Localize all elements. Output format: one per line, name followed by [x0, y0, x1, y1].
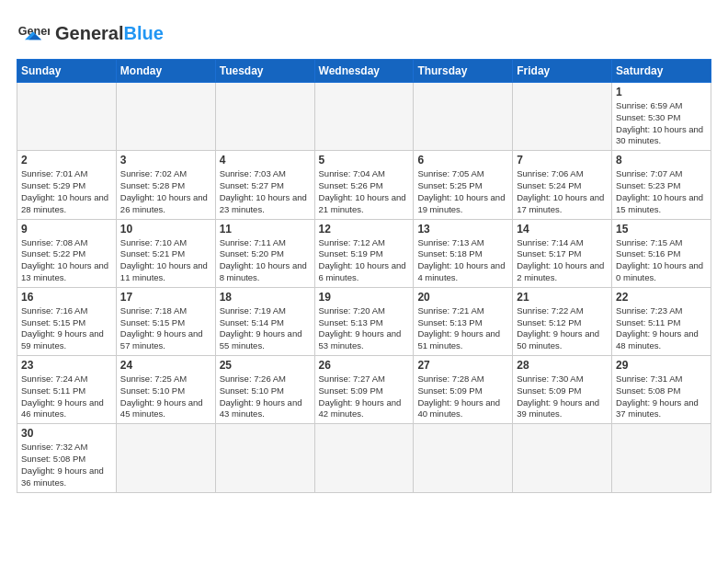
- day-cell: 2Sunrise: 7:01 AM Sunset: 5:29 PM Daylig…: [17, 151, 117, 219]
- week-row-1: 1Sunrise: 6:59 AM Sunset: 5:30 PM Daylig…: [17, 83, 711, 151]
- day-cell: 7Sunrise: 7:06 AM Sunset: 5:24 PM Daylig…: [513, 151, 612, 219]
- day-info: Sunrise: 7:07 AM Sunset: 5:23 PM Dayligh…: [616, 168, 707, 215]
- day-info: Sunrise: 7:12 AM Sunset: 5:19 PM Dayligh…: [319, 237, 410, 284]
- day-info: Sunrise: 7:15 AM Sunset: 5:16 PM Dayligh…: [616, 237, 707, 284]
- day-info: Sunrise: 7:27 AM Sunset: 5:09 PM Dayligh…: [319, 373, 410, 420]
- logo-icon: General: [17, 17, 50, 50]
- day-number: 4: [220, 154, 311, 167]
- day-number: 28: [517, 359, 608, 372]
- day-cell: 27Sunrise: 7:28 AM Sunset: 5:09 PM Dayli…: [414, 356, 513, 424]
- day-number: 25: [220, 359, 311, 372]
- day-cell: 10Sunrise: 7:10 AM Sunset: 5:21 PM Dayli…: [116, 219, 215, 287]
- day-cell: 23Sunrise: 7:24 AM Sunset: 5:11 PM Dayli…: [17, 356, 117, 424]
- calendar: SundayMondayTuesdayWednesdayThursdayFrid…: [17, 59, 711, 493]
- day-info: Sunrise: 7:03 AM Sunset: 5:27 PM Dayligh…: [220, 168, 311, 215]
- day-number: 19: [319, 291, 410, 304]
- day-info: Sunrise: 7:19 AM Sunset: 5:14 PM Dayligh…: [220, 305, 311, 352]
- day-cell: [612, 424, 711, 492]
- day-info: Sunrise: 6:59 AM Sunset: 5:30 PM Dayligh…: [616, 100, 707, 147]
- day-number: 17: [120, 291, 211, 304]
- day-number: 12: [319, 223, 410, 236]
- day-info: Sunrise: 7:13 AM Sunset: 5:18 PM Dayligh…: [417, 237, 508, 284]
- day-info: Sunrise: 7:23 AM Sunset: 5:11 PM Dayligh…: [616, 305, 707, 352]
- day-number: 3: [120, 154, 211, 167]
- day-info: Sunrise: 7:26 AM Sunset: 5:10 PM Dayligh…: [220, 373, 311, 420]
- weekday-wednesday: Wednesday: [314, 60, 414, 83]
- day-number: 13: [417, 223, 508, 236]
- day-number: 15: [616, 223, 707, 236]
- day-info: Sunrise: 7:02 AM Sunset: 5:28 PM Dayligh…: [120, 168, 211, 215]
- header: General GeneralBlue: [17, 17, 711, 50]
- week-row-5: 23Sunrise: 7:24 AM Sunset: 5:11 PM Dayli…: [17, 356, 711, 424]
- weekday-sunday: Sunday: [17, 60, 117, 83]
- logo: General GeneralBlue: [17, 17, 164, 50]
- day-number: 14: [517, 223, 608, 236]
- weekday-saturday: Saturday: [612, 60, 711, 83]
- day-info: Sunrise: 7:14 AM Sunset: 5:17 PM Dayligh…: [517, 237, 608, 284]
- week-row-6: 30Sunrise: 7:32 AM Sunset: 5:08 PM Dayli…: [17, 424, 711, 492]
- day-number: 5: [319, 154, 410, 167]
- day-cell: [314, 424, 414, 492]
- day-cell: [116, 424, 215, 492]
- day-info: Sunrise: 7:21 AM Sunset: 5:13 PM Dayligh…: [417, 305, 508, 352]
- day-cell: 25Sunrise: 7:26 AM Sunset: 5:10 PM Dayli…: [215, 356, 314, 424]
- day-info: Sunrise: 7:10 AM Sunset: 5:21 PM Dayligh…: [120, 237, 211, 284]
- day-cell: 15Sunrise: 7:15 AM Sunset: 5:16 PM Dayli…: [612, 219, 711, 287]
- day-cell: 14Sunrise: 7:14 AM Sunset: 5:17 PM Dayli…: [513, 219, 612, 287]
- day-cell: [414, 424, 513, 492]
- day-number: 24: [120, 359, 211, 372]
- day-cell: [513, 83, 612, 151]
- day-cell: 28Sunrise: 7:30 AM Sunset: 5:09 PM Dayli…: [513, 356, 612, 424]
- day-info: Sunrise: 7:06 AM Sunset: 5:24 PM Dayligh…: [517, 168, 608, 215]
- day-cell: [215, 83, 314, 151]
- day-info: Sunrise: 7:22 AM Sunset: 5:12 PM Dayligh…: [517, 305, 608, 352]
- day-number: 10: [120, 223, 211, 236]
- day-info: Sunrise: 7:16 AM Sunset: 5:15 PM Dayligh…: [21, 305, 112, 352]
- day-cell: [513, 424, 612, 492]
- day-number: 16: [21, 291, 112, 304]
- day-cell: 8Sunrise: 7:07 AM Sunset: 5:23 PM Daylig…: [612, 151, 711, 219]
- page: General GeneralBlue SundayMondayTuesdayW…: [0, 0, 728, 563]
- day-cell: 30Sunrise: 7:32 AM Sunset: 5:08 PM Dayli…: [17, 424, 117, 492]
- week-row-4: 16Sunrise: 7:16 AM Sunset: 5:15 PM Dayli…: [17, 287, 711, 355]
- day-number: 26: [319, 359, 410, 372]
- day-cell: 5Sunrise: 7:04 AM Sunset: 5:26 PM Daylig…: [314, 151, 414, 219]
- day-cell: 26Sunrise: 7:27 AM Sunset: 5:09 PM Dayli…: [314, 356, 414, 424]
- day-number: 21: [517, 291, 608, 304]
- day-number: 2: [21, 154, 112, 167]
- day-cell: 16Sunrise: 7:16 AM Sunset: 5:15 PM Dayli…: [17, 287, 117, 355]
- day-number: 30: [21, 427, 112, 440]
- day-info: Sunrise: 7:05 AM Sunset: 5:25 PM Dayligh…: [417, 168, 508, 215]
- weekday-thursday: Thursday: [414, 60, 513, 83]
- day-info: Sunrise: 7:32 AM Sunset: 5:08 PM Dayligh…: [21, 442, 112, 488]
- week-row-3: 9Sunrise: 7:08 AM Sunset: 5:22 PM Daylig…: [17, 219, 711, 287]
- day-cell: 24Sunrise: 7:25 AM Sunset: 5:10 PM Dayli…: [116, 356, 215, 424]
- day-cell: 9Sunrise: 7:08 AM Sunset: 5:22 PM Daylig…: [17, 219, 117, 287]
- weekday-tuesday: Tuesday: [215, 60, 314, 83]
- day-info: Sunrise: 7:25 AM Sunset: 5:10 PM Dayligh…: [120, 373, 211, 420]
- day-cell: 17Sunrise: 7:18 AM Sunset: 5:15 PM Dayli…: [116, 287, 215, 355]
- day-number: 23: [21, 359, 112, 372]
- day-cell: [116, 83, 215, 151]
- day-number: 1: [616, 86, 707, 98]
- logo-text: GeneralBlue: [55, 24, 164, 42]
- day-number: 18: [220, 291, 311, 304]
- day-cell: 4Sunrise: 7:03 AM Sunset: 5:27 PM Daylig…: [215, 151, 314, 219]
- weekday-header-row: SundayMondayTuesdayWednesdayThursdayFrid…: [17, 60, 711, 83]
- day-cell: 1Sunrise: 6:59 AM Sunset: 5:30 PM Daylig…: [612, 83, 711, 151]
- week-row-2: 2Sunrise: 7:01 AM Sunset: 5:29 PM Daylig…: [17, 151, 711, 219]
- day-info: Sunrise: 7:08 AM Sunset: 5:22 PM Dayligh…: [21, 237, 112, 284]
- day-cell: 19Sunrise: 7:20 AM Sunset: 5:13 PM Dayli…: [314, 287, 414, 355]
- day-cell: 12Sunrise: 7:12 AM Sunset: 5:19 PM Dayli…: [314, 219, 414, 287]
- day-cell: 11Sunrise: 7:11 AM Sunset: 5:20 PM Dayli…: [215, 219, 314, 287]
- day-info: Sunrise: 7:28 AM Sunset: 5:09 PM Dayligh…: [417, 373, 508, 420]
- day-number: 8: [616, 154, 707, 167]
- weekday-monday: Monday: [116, 60, 215, 83]
- day-number: 6: [417, 154, 508, 167]
- day-number: 7: [517, 154, 608, 167]
- day-info: Sunrise: 7:24 AM Sunset: 5:11 PM Dayligh…: [21, 373, 112, 420]
- day-info: Sunrise: 7:18 AM Sunset: 5:15 PM Dayligh…: [120, 305, 211, 352]
- day-info: Sunrise: 7:31 AM Sunset: 5:08 PM Dayligh…: [616, 373, 707, 420]
- day-cell: [414, 83, 513, 151]
- day-cell: 20Sunrise: 7:21 AM Sunset: 5:13 PM Dayli…: [414, 287, 513, 355]
